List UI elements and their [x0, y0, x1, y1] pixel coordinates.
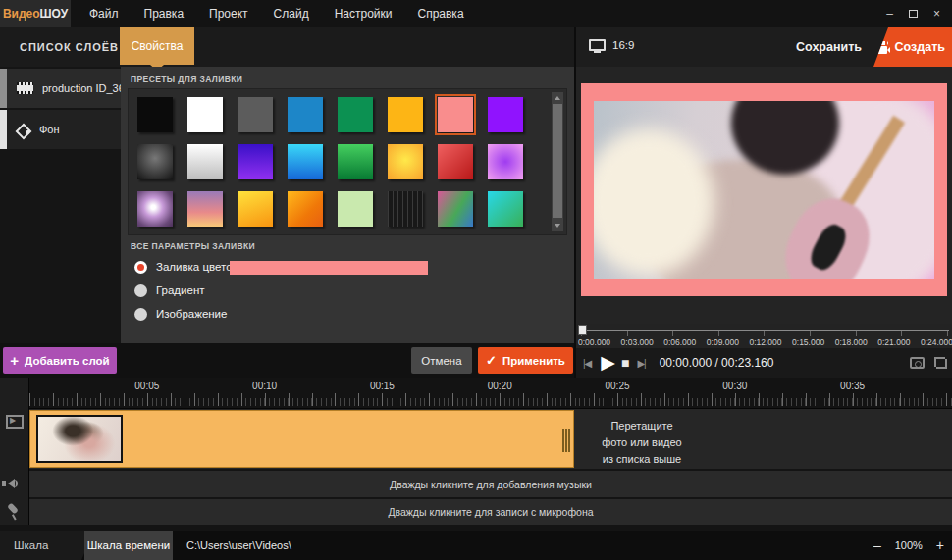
preset-swatch-11[interactable] [288, 144, 323, 179]
properties-panel: ПРЕСЕТЫ ДЛЯ ЗАЛИВКИ ВСЕ ПАРАМЕТРЫ ЗАЛИВК… [121, 67, 574, 343]
preset-swatch-20[interactable] [338, 191, 373, 227]
preview-time-label-8: 0:24.000 [921, 337, 952, 347]
close-button[interactable]: × [933, 0, 940, 27]
tab-slides-scale[interactable]: Шкала слайдов [0, 531, 94, 560]
timeline-section: 00:0500:1000:1500:2000:2500:3000:35 Пере… [0, 378, 952, 531]
prev-frame-button[interactable]: |◀ [583, 358, 591, 369]
fill-option-0[interactable]: Заливка цветом [134, 255, 239, 279]
layer-label: Фон [39, 124, 60, 135]
plus-icon: + [10, 352, 19, 369]
fill-option-label: Изображение [156, 308, 227, 320]
radio-unselected[interactable] [134, 284, 147, 297]
aspect-ratio[interactable]: 16:9 [589, 39, 634, 51]
save-button[interactable]: Сохранить [796, 27, 862, 67]
preview-time-label-4: 0:12.000 [749, 337, 781, 347]
timeline-clip[interactable] [29, 410, 574, 468]
stop-button[interactable]: ■ [621, 355, 629, 371]
preset-swatch-18[interactable] [238, 191, 273, 227]
snapshot-icon[interactable] [910, 357, 925, 369]
preset-swatch-5[interactable] [388, 97, 423, 132]
preset-swatch-19[interactable] [288, 191, 323, 227]
preset-swatch-23[interactable] [488, 191, 523, 227]
ruler-label-3: 00:20 [488, 381, 512, 391]
menu-item-help[interactable]: Справка [404, 0, 476, 27]
preview-frame [581, 83, 947, 296]
preset-swatch-16[interactable] [137, 191, 173, 227]
preset-swatch-7[interactable] [488, 97, 523, 132]
preset-swatch-14[interactable] [438, 144, 473, 179]
preset-swatch-0[interactable] [137, 97, 173, 132]
preset-swatch-12[interactable] [338, 144, 373, 179]
layer-label: production ID_368... [42, 82, 121, 94]
layer-indicator [0, 69, 7, 108]
radio-unselected[interactable] [134, 308, 147, 321]
timeline-ruler[interactable]: 00:0500:1000:1500:2000:2500:3000:35 [29, 378, 952, 408]
layer-item-0[interactable]: production ID_368... [0, 69, 121, 108]
create-button[interactable]: Создать [873, 27, 952, 67]
preset-swatch-9[interactable] [187, 144, 223, 179]
preview-stage [576, 67, 952, 324]
layer-item-1[interactable]: Фон [0, 110, 121, 149]
fill-params-title: ВСЕ ПАРАМЕТРЫ ЗАЛИВКИ [131, 241, 255, 251]
preset-swatch-13[interactable] [388, 144, 423, 179]
ruler-label-1: 00:10 [252, 381, 277, 391]
preset-swatch-6[interactable] [438, 97, 473, 132]
preset-swatch-8[interactable] [137, 144, 173, 179]
scroll-up-icon[interactable] [555, 96, 560, 100]
layers-panel-title: СПИСОК СЛОЁВ [20, 41, 119, 53]
radio-selected[interactable] [134, 261, 147, 274]
fill-option-2[interactable]: Изображение [134, 302, 239, 326]
music-track[interactable]: Дважды кликните для добавления музыки [29, 471, 952, 497]
cancel-button[interactable]: Отмена [411, 347, 472, 374]
clip-trim-handle[interactable] [562, 429, 570, 452]
apply-button[interactable]: ✓ Применить [478, 347, 573, 374]
zoom-in-button[interactable]: + [936, 537, 944, 553]
scroll-down-icon[interactable] [555, 224, 560, 228]
menu-item-slide[interactable]: Слайд [261, 0, 322, 27]
left-panel: СПИСОК СЛОЁВ Свойства production ID_368.… [0, 27, 574, 378]
track-icons-column [0, 378, 29, 525]
preview-timeline-labels: 0:00.0000:03.0000:06.0000:09.0000:12.000… [578, 337, 952, 347]
film-icon [17, 82, 33, 94]
add-layer-button[interactable]: + Добавить слой [3, 347, 117, 374]
preset-swatch-4[interactable] [338, 97, 373, 132]
speaker-icon [8, 479, 15, 488]
zoom-out-button[interactable]: – [873, 537, 881, 553]
preview-header: 16:9 Сохранить Создать [576, 27, 952, 67]
preset-swatch-10[interactable] [238, 144, 273, 179]
minimize-button[interactable]: – [886, 0, 893, 27]
microphone-icon [7, 502, 19, 514]
preview-video[interactable] [594, 101, 934, 279]
ruler-label-6: 00:35 [840, 381, 865, 391]
menu-item-edit[interactable]: Правка [132, 0, 197, 27]
video-track-icon [6, 415, 24, 429]
next-frame-button[interactable]: ▶| [637, 358, 645, 369]
play-button[interactable]: ▶ [601, 351, 615, 374]
layer-selected-indicator [0, 110, 7, 149]
menu-item-settings[interactable]: Настройки [322, 0, 405, 27]
scrollbar-thumb[interactable] [553, 104, 562, 218]
preset-swatch-22[interactable] [438, 191, 473, 227]
ruler-major-ticks [29, 393, 952, 406]
playhead-handle[interactable] [578, 325, 587, 335]
mic-track[interactable]: Дважды кликните для записи с микрофона [29, 499, 952, 525]
preset-swatch-17[interactable] [187, 191, 223, 227]
preset-swatch-15[interactable] [488, 144, 523, 179]
left-panel-footer: + Добавить слой Отмена ✓ Применить [0, 343, 574, 378]
preset-swatch-3[interactable] [288, 97, 323, 132]
presets-scrollbar[interactable] [552, 92, 563, 231]
restore-icon[interactable] [909, 10, 918, 18]
preset-swatch-1[interactable] [187, 97, 223, 132]
preset-swatch-2[interactable] [238, 97, 273, 132]
fullscreen-icon[interactable] [934, 357, 947, 369]
menu-item-project[interactable]: Проект [196, 0, 261, 27]
preview-time-label-5: 0:15.000 [792, 337, 824, 347]
menu-item-file[interactable]: Файл [77, 0, 132, 27]
preset-swatch-21[interactable] [388, 191, 423, 227]
tab-time-scale[interactable]: Шкала времени [84, 531, 173, 560]
ruler-label-0: 00:05 [134, 381, 159, 391]
menubar: ВидеоШОУ ФайлПравкаПроектСлайдНастройкиС… [0, 0, 952, 27]
fill-option-1[interactable]: Градиент [134, 279, 239, 302]
tab-properties[interactable]: Свойства [120, 27, 194, 65]
fill-color-bar[interactable] [230, 261, 428, 275]
